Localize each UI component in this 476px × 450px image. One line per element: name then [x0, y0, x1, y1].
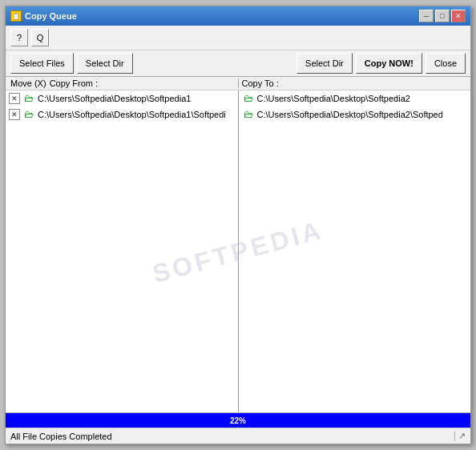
status-divider	[454, 432, 455, 441]
left-path-1: C:\Users\Softpedia\Desktop\Softpedia1	[38, 94, 191, 103]
list-item[interactable]: ✕ 🗁 C:\Users\Softpedia\Desktop\Softpedia…	[6, 106, 238, 123]
queue-button[interactable]: Q	[31, 29, 49, 46]
title-bar-left: 📋 Copy Queue	[10, 10, 77, 22]
progress-bar: 22%	[6, 413, 470, 428]
status-bar: All File Copies Completed ↗	[6, 428, 470, 444]
progress-text: 22%	[230, 416, 246, 425]
main-window: 📋 Copy Queue ─ □ ✕ ? Q Select Files Sele…	[5, 6, 471, 444]
checkbox-1[interactable]: ✕	[9, 93, 20, 104]
header-divider	[238, 78, 239, 88]
window-title: Copy Queue	[25, 11, 77, 21]
left-path-2: C:\Users\Softpedia\Desktop\Softpedia1\So…	[38, 110, 226, 119]
folder-icon-2: 🗁	[22, 108, 35, 121]
move-header: Move (X)	[10, 78, 46, 88]
copy-now-button[interactable]: Copy NOW!	[356, 53, 422, 74]
folder-icon-3: 🗁	[242, 92, 255, 105]
list-item: 🗁 C:\Users\Softpedia\Desktop\Softpedia2	[239, 90, 471, 106]
copy-from-header: Copy From :	[50, 78, 99, 88]
copy-to-header: Copy To :	[242, 78, 279, 88]
close-window-button[interactable]: ✕	[451, 10, 466, 22]
title-bar: 📋 Copy Queue ─ □ ✕	[6, 6, 470, 26]
right-path-1: C:\Users\Softpedia\Desktop\Softpedia2	[257, 94, 410, 103]
header-row: Move (X) Copy From : Copy To :	[6, 77, 470, 90]
list-item: 🗁 C:\Users\Softpedia\Desktop\Softpedia2\…	[239, 106, 471, 123]
select-dir-left-button[interactable]: Select Dir	[77, 53, 133, 74]
folder-icon-1: 🗁	[22, 92, 35, 105]
select-files-button[interactable]: Select Files	[10, 53, 74, 74]
close-button[interactable]: Close	[426, 53, 466, 74]
select-dir-right-button[interactable]: Select Dir	[296, 53, 353, 74]
status-right: ↗	[458, 431, 466, 441]
folder-icon-4: 🗁	[242, 108, 255, 121]
content-wrapper: SOFTPEDIA ✕ 🗁 C:\Users\Softpedia\Desktop…	[6, 90, 470, 413]
panel-right: 🗁 C:\Users\Softpedia\Desktop\Softpedia2 …	[239, 90, 471, 412]
maximize-button[interactable]: □	[435, 10, 450, 22]
header-left: Move (X) Copy From :	[10, 78, 235, 88]
title-bar-controls: ─ □ ✕	[419, 10, 466, 22]
right-path-2: C:\Users\Softpedia\Desktop\Softpedia2\So…	[257, 110, 443, 119]
header-right: Copy To :	[242, 78, 466, 88]
panel-left: ✕ 🗁 C:\Users\Softpedia\Desktop\Softpedia…	[6, 90, 239, 412]
status-text: All File Copies Completed	[10, 432, 451, 441]
toolbar-row2: Select Files Select Dir Select Dir Copy …	[6, 50, 470, 77]
toolbar-row1: ? Q	[6, 26, 470, 50]
content-area: ✕ 🗁 C:\Users\Softpedia\Desktop\Softpedia…	[6, 90, 470, 413]
checkbox-2[interactable]: ✕	[9, 109, 20, 120]
help-button[interactable]: ?	[10, 29, 28, 46]
minimize-button[interactable]: ─	[419, 10, 434, 22]
list-item[interactable]: ✕ 🗁 C:\Users\Softpedia\Desktop\Softpedia…	[6, 90, 238, 106]
app-icon: 📋	[10, 10, 22, 22]
